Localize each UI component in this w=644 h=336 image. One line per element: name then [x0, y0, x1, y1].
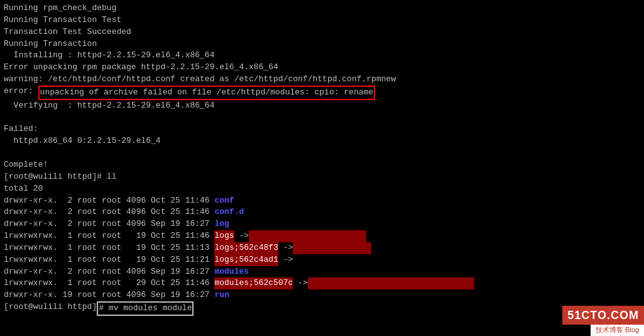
error-highlight: unpacking of archive failed on file /etc…: [38, 86, 376, 100]
cmd-input[interactable]: # mv modules module: [97, 301, 194, 316]
line-prefix: lrwxrwxrwx. 1 root root 19 Oct 25 11:21: [4, 254, 214, 266]
watermark-logo: 51CTO.COM: [562, 306, 644, 325]
line-rpm-check: Running rpm_check_debug: [4, 3, 640, 14]
line-prefix: drwxr-xr-x. 2 root root 4096 Sep 19 16:2…: [4, 266, 214, 278]
arrow2: ->: [278, 242, 293, 254]
line-complete: Complete!: [4, 159, 640, 171]
line-prefix: drwxr-xr-x. 2 root root 4096 Oct 25 11:4…: [4, 206, 214, 218]
line-installing: Installing : httpd-2.2.15-29.el6_4.x86_6…: [4, 50, 640, 62]
line-blank1: [4, 112, 640, 124]
line-warning: warning: /etc/httpd/conf/httpd.conf crea…: [4, 74, 640, 86]
line-test-succeeded: Transaction Test Succeeded: [4, 26, 640, 38]
line-prefix: lrwxrwxrwx. 1 root root 19 Oct 25 11:13: [4, 242, 214, 254]
prompt-text: [root@wulili httpd]: [4, 301, 97, 316]
logs-link: logs: [214, 230, 234, 242]
run-dir: run: [214, 289, 229, 301]
modules507c-link: modules;562c507c: [214, 277, 293, 289]
line-text: warning: /etc/httpd/conf/httpd.conf crea…: [4, 74, 396, 86]
line-prefix: lrwxrwxrwx. 1 root root 19 Oct 25 11:46: [4, 230, 214, 242]
line-cmd-mv: [root@wulili httpd]# mv modules module: [4, 301, 640, 316]
line-logs2: lrwxrwxrwx. 1 root root 19 Oct 25 11:13 …: [4, 242, 640, 254]
line-transaction-test: Running Transaction Test: [4, 14, 640, 26]
arrow3: ->: [278, 254, 293, 266]
line-text: Running rpm_check_debug: [4, 3, 116, 14]
line-log: drwxr-xr-x. 2 root root 4096 Sep 19 16:2…: [4, 218, 640, 230]
line-blank2: [4, 147, 640, 159]
line-text: Verifying : httpd-2.2.15-29.el6_4.x86_64: [4, 100, 214, 112]
redacted-target: [249, 230, 366, 242]
log-dir: log: [214, 218, 229, 230]
line-text: httpd.x86_64 0:2.2.15-29.el6_4: [4, 135, 161, 147]
line-modules-link: lrwxrwxrwx. 1 root root 29 Oct 25 11:46 …: [4, 277, 640, 289]
line-modules: drwxr-xr-x. 2 root root 4096 Sep 19 16:2…: [4, 266, 640, 278]
redacted-target2: [293, 242, 371, 254]
logs562-link: logs;562c48f3: [214, 242, 278, 254]
line-total: total 20: [4, 183, 640, 195]
line-logs3: lrwxrwxrwx. 1 root root 19 Oct 25 11:21 …: [4, 254, 640, 266]
line-httpd-failed: httpd.x86_64 0:2.2.15-29.el6_4: [4, 135, 640, 147]
line-text: [root@wulili httpd]# ll: [4, 171, 116, 183]
line-text: Running Transaction Test: [4, 14, 121, 26]
line-run: drwxr-xr-x. 19 root root 4096 Sep 19 16:…: [4, 289, 640, 301]
watermark: 51CTO.COM 技术博客 Blog: [562, 306, 644, 336]
watermark-tagline: 技术博客 Blog: [591, 325, 644, 336]
line-text: Transaction Test Succeeded: [4, 26, 131, 38]
line-prefix: lrwxrwxrwx. 1 root root 29 Oct 25 11:46: [4, 277, 214, 289]
line-conf: drwxr-xr-x. 2 root root 4096 Oct 25 11:4…: [4, 195, 640, 207]
terminal: Running rpm_check_debug Running Transact…: [0, 0, 644, 336]
conf-dir: conf: [214, 195, 234, 207]
confd-dir: conf.d: [214, 206, 244, 218]
line-text: Error unpacking rpm package httpd-2.2.15…: [4, 62, 278, 74]
line-error-archive: error: unpacking of archive failed on fi…: [4, 86, 640, 100]
line-confd: drwxr-xr-x. 2 root root 4096 Oct 25 11:4…: [4, 206, 640, 218]
line-logs: lrwxrwxrwx. 1 root root 19 Oct 25 11:46 …: [4, 230, 640, 242]
line-verifying: Verifying : httpd-2.2.15-29.el6_4.x86_64: [4, 100, 640, 112]
line-text: total 20: [4, 183, 43, 195]
arrow: ->: [234, 230, 249, 242]
line-text: Complete!: [4, 159, 48, 171]
redacted-target3: [308, 277, 474, 289]
modules-dir: modules: [214, 266, 249, 278]
arrow4: ->: [293, 277, 307, 289]
error-prefix: error:: [4, 86, 38, 100]
line-error-unpacking: Error unpacking rpm package httpd-2.2.15…: [4, 62, 640, 74]
line-prompt-ll: [root@wulili httpd]# ll: [4, 171, 640, 183]
line-text: Failed:: [4, 123, 38, 135]
line-text: Running Transaction: [4, 38, 97, 50]
line-prefix: drwxr-xr-x. 2 root root 4096 Sep 19 16:2…: [4, 218, 214, 230]
line-running-transaction: Running Transaction: [4, 38, 640, 50]
line-prefix: drwxr-xr-x. 2 root root 4096 Oct 25 11:4…: [4, 195, 214, 207]
logs562ad1-link: logs;562c4ad1: [214, 254, 278, 266]
line-prefix: drwxr-xr-x. 19 root root 4096 Sep 19 16:…: [4, 289, 214, 301]
line-text: Installing : httpd-2.2.15-29.el6_4.x86_6…: [4, 50, 214, 62]
line-failed: Failed:: [4, 123, 640, 135]
